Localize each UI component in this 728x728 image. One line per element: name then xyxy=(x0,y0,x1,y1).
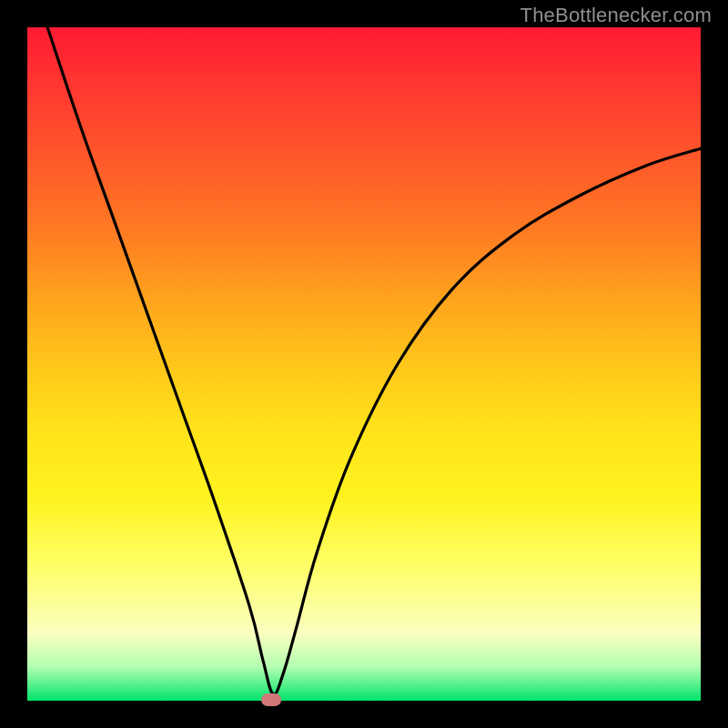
optimum-marker xyxy=(261,693,281,706)
curve-svg xyxy=(27,27,701,701)
source-label: TheBottlenecker.com xyxy=(521,4,712,27)
bottleneck-curve xyxy=(47,27,701,694)
plot-area xyxy=(27,27,701,701)
chart-container: TheBottlenecker.com xyxy=(0,0,728,728)
